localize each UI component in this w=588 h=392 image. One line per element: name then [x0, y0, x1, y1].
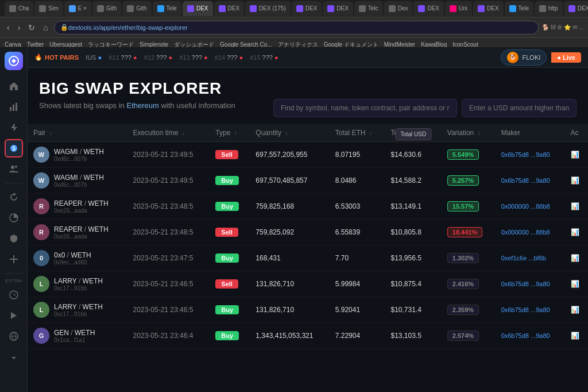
browser-tab-1[interactable]: Cha: [5, 1, 33, 16]
hot-pair-11[interactable]: #11 ??? ●: [109, 54, 137, 61]
hot-pair-11-name: ???: [121, 54, 131, 61]
live-badge[interactable]: ● Live: [551, 52, 581, 63]
variation-badge-0: 5.549%: [447, 149, 479, 160]
maker-link-0[interactable]: 0x6b75d8 ...9a80: [501, 151, 550, 158]
browser-tab-3[interactable]: E ×: [64, 1, 91, 16]
browser-tab-6[interactable]: Tele: [153, 1, 181, 16]
refresh-button[interactable]: ↻: [26, 22, 37, 33]
sidebar-item-lightning[interactable]: [5, 118, 23, 137]
browser-tab-4[interactable]: Gith: [92, 1, 121, 16]
browser-tab-2[interactable]: Sim: [34, 1, 63, 16]
hot-pair-14[interactable]: #14 ??? ●: [215, 54, 243, 61]
sidebar-item-extra4[interactable]: [5, 348, 23, 366]
browser-tab-dex7[interactable]: DEX: [473, 1, 504, 16]
pair-info-4: 0x0 / WETH 0x9ec...ad60: [54, 251, 91, 266]
svg-marker-10: [11, 312, 17, 319]
pair-name-5: LARRY / WETH: [54, 277, 103, 285]
address-bar[interactable]: 🔒 dextools.io/app/en/ether/big-swap-expl…: [54, 21, 539, 34]
table-wrapper: Pair ↕ Execution time ↓ Type ↕ Quantity …: [28, 124, 588, 392]
home-nav-button[interactable]: ⌂: [41, 22, 50, 33]
table-row: L LARRY / WETH 0xc17...91bb 2023-05-21 2…: [28, 271, 588, 297]
browser-tab-dex3[interactable]: DEX: [292, 1, 322, 16]
hot-pair-15-name: ???: [262, 54, 273, 61]
floki-badge[interactable]: 🐕 FLOKI: [501, 49, 547, 66]
pair-name-1: WAGMI / WETH: [54, 174, 104, 182]
col-type[interactable]: Type ↕: [210, 124, 250, 142]
sidebar-item-pie[interactable]: [5, 209, 23, 227]
action-icon-1[interactable]: 📊: [571, 176, 579, 185]
type-badge-1: Buy: [215, 176, 239, 185]
col-execution-time[interactable]: Execution time ↓: [127, 124, 210, 142]
sidebar-item-users[interactable]: [5, 160, 23, 178]
search-input[interactable]: [273, 99, 457, 117]
action-icon-6[interactable]: 📊: [571, 306, 579, 314]
cell-eth-2: 6.53003: [330, 194, 385, 220]
cell-variation-2: 15.57%: [442, 194, 496, 220]
cell-eth-7: 7.22904: [330, 323, 385, 349]
browser-tab-dex6[interactable]: DEX: [413, 1, 444, 16]
sidebar-item-swap[interactable]: $: [5, 139, 23, 157]
browser-tab-dex[interactable]: DEX: [183, 1, 213, 16]
forward-button[interactable]: ›: [16, 22, 23, 33]
hot-pair-ius[interactable]: IUS ●: [86, 54, 102, 61]
cell-type-2: Buy: [210, 194, 250, 220]
browser-tab-dex2[interactable]: DEX: [214, 1, 245, 16]
browser-tab-dex8[interactable]: DEX: [564, 1, 588, 16]
sidebar-item-chart[interactable]: [5, 98, 23, 116]
sidebar-item-extra3[interactable]: [5, 327, 23, 345]
cell-action-3: 📊: [565, 220, 588, 245]
maker-link-1[interactable]: 0x6b75d8 ...9a80: [501, 177, 550, 184]
svg-point-7: [15, 166, 17, 168]
browser-chrome: Cha Sim E × Gith Gith Tele DEX DEX DEX (…: [0, 0, 588, 47]
sidebar-item-shield[interactable]: [5, 229, 23, 248]
hot-pair-15[interactable]: #15 ??? ●: [250, 54, 278, 61]
cell-usd-2: $13,149.1: [385, 194, 441, 220]
maker-link-6[interactable]: 0x6b75d8 ...9a80: [501, 306, 550, 313]
browser-tab-http[interactable]: http: [535, 1, 563, 16]
browser-tab-tele2[interactable]: Tele: [505, 1, 533, 16]
maker-link-4[interactable]: 0xef1c6e ...bf6b: [501, 255, 546, 262]
sidebar-item-home[interactable]: [5, 77, 23, 95]
sidebar-item-extra1[interactable]: [5, 286, 23, 304]
maker-link-2[interactable]: 0x000000 ...88b8: [501, 203, 550, 210]
hot-pair-ius-name: IUS: [86, 54, 96, 61]
sidebar-item-extra2[interactable]: [5, 306, 23, 325]
action-icon-4[interactable]: 📊: [571, 254, 579, 262]
sidebar-item-plus[interactable]: [5, 250, 23, 268]
browser-tab-uni[interactable]: Uni: [445, 1, 472, 16]
cell-maker-7: 0x6b75d8 ...9a80: [496, 323, 565, 349]
amount-input[interactable]: [462, 99, 577, 117]
col-pair[interactable]: Pair ↕: [28, 124, 127, 142]
sidebar-item-refresh[interactable]: [5, 188, 23, 206]
browser-tab-dex175[interactable]: DEX (175): [245, 1, 291, 16]
action-icon-2[interactable]: 📊: [571, 202, 579, 210]
col-quantity[interactable]: Quantity ↕: [250, 124, 329, 142]
maker-link-7[interactable]: 0x6b75d8 ...9a80: [501, 332, 550, 339]
browser-tab-telc[interactable]: Telc: [354, 1, 383, 16]
hot-pair-12[interactable]: #12 ??? ●: [144, 54, 173, 61]
maker-link-3[interactable]: 0x000000 ...88b8: [501, 229, 550, 236]
network-link[interactable]: Ethereum: [126, 101, 158, 110]
cell-type-5: Sell: [210, 271, 250, 297]
action-icon-7[interactable]: 📊: [571, 332, 579, 340]
col-variation[interactable]: Variation ↕: [442, 124, 496, 142]
pair-info-0: WAGMI / WETH 0xd6c...007b: [54, 148, 104, 162]
hot-pair-11-num: #11: [109, 54, 119, 61]
browser-tab-5[interactable]: Gith: [122, 1, 151, 16]
hot-pair-13[interactable]: #13 ??? ●: [179, 54, 208, 61]
browser-tab-dex4[interactable]: DEX: [323, 1, 353, 16]
cell-pair-1: W WAGMI / WETH 0xd6c...007b: [28, 168, 127, 194]
browser-tab-dex5[interactable]: Dex: [384, 1, 413, 16]
pair-info-1: WAGMI / WETH 0xd6c...007b: [54, 174, 104, 188]
cell-usd-4: $13,956.5: [385, 245, 441, 271]
back-button[interactable]: ‹: [5, 22, 12, 33]
svg-rect-2: [13, 105, 14, 111]
action-icon-3[interactable]: 📊: [571, 228, 579, 236]
cell-maker-6: 0x6b75d8 ...9a80: [496, 297, 565, 323]
cell-quantity-0: 697,557,205,955: [250, 142, 329, 168]
action-icon-5[interactable]: 📊: [571, 280, 579, 288]
col-total-eth[interactable]: Total ETH ↕: [330, 124, 385, 142]
maker-link-5[interactable]: 0x6b75d8 ...9a80: [501, 280, 550, 287]
sidebar-logo[interactable]: [5, 52, 23, 70]
action-icon-0[interactable]: 📊: [571, 151, 579, 159]
